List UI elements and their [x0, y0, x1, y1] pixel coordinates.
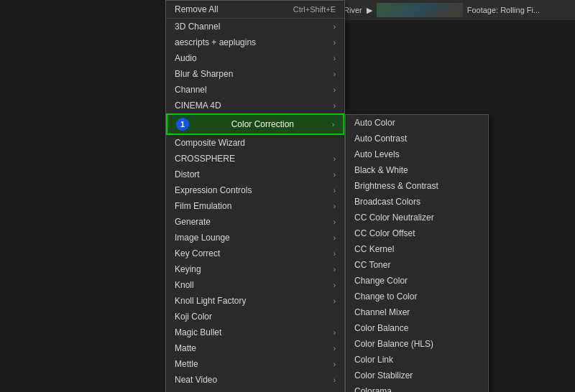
- menu-item-composite-wizard[interactable]: Composite Wizard: [166, 135, 344, 151]
- effects-menu: Remove All Ctrl+Shift+E 3D Channel›aescr…: [165, 0, 345, 392]
- submenu-arrow: ›: [334, 70, 336, 78]
- submenu-item-label: CC Color Offset: [354, 228, 415, 238]
- menu-item-matte[interactable]: Matte›: [166, 340, 344, 356]
- remove-all-shortcut: Ctrl+Shift+E: [293, 5, 336, 14]
- submenu-item-color-balance--hls-[interactable]: Color Balance (HLS): [346, 336, 488, 352]
- submenu-item-change-to-color[interactable]: Change to Color: [346, 289, 488, 304]
- menu-item-key-correct[interactable]: Key Correct›: [166, 246, 344, 261]
- submenu-item-label: Colorama: [354, 386, 392, 392]
- menu-item-label: Image Lounge: [175, 233, 230, 243]
- submenu-item-label: Color Link: [354, 355, 393, 365]
- submenu-item-auto-contrast[interactable]: Auto Contrast: [346, 131, 488, 146]
- menu-item-3d-channel[interactable]: 3D Channel›: [166, 19, 344, 34]
- submenu-arrow: ›: [334, 250, 336, 258]
- submenu-arrow: ›: [334, 23, 336, 31]
- menu-item-label: Audio: [175, 53, 197, 63]
- menu-item-distort[interactable]: Distort›: [166, 167, 344, 182]
- footage-thumbnail: [377, 3, 463, 17]
- menu-item-magic-bullet[interactable]: Magic Bullet›: [166, 325, 344, 340]
- submenu-item-label: Brightness & Contrast: [354, 181, 438, 191]
- menu-item-label: Matte: [175, 343, 196, 353]
- menu-item-audio[interactable]: Audio›: [166, 50, 344, 66]
- menu-item-label: Composite Wizard: [175, 138, 245, 148]
- submenu-arrow: ›: [334, 345, 336, 353]
- submenu-item-label: CC Kernel: [354, 244, 394, 254]
- menu-item-label: Generate: [175, 217, 211, 227]
- menu-item-label: Keying: [175, 264, 201, 274]
- menu-item-crossphere[interactable]: CROSSPHERE›: [166, 151, 344, 167]
- submenu-item-cc-kernel[interactable]: CC Kernel: [346, 241, 488, 257]
- menu-item-label: aescripts + aeplugins: [175, 37, 256, 47]
- menu-item-blur---sharpen[interactable]: Blur & Sharpen›: [166, 66, 344, 82]
- remove-all-item[interactable]: Remove All Ctrl+Shift+E: [166, 1, 344, 19]
- menu-item-cinema-4d[interactable]: CINEMA 4D›: [166, 98, 344, 113]
- river-label: River: [344, 6, 362, 14]
- submenu-item-color-balance[interactable]: Color Balance: [346, 320, 488, 336]
- submenu-item-broadcast-colors[interactable]: Broadcast Colors: [346, 194, 488, 210]
- menu-item-color-correction[interactable]: 1Color Correction›: [166, 113, 344, 135]
- badge-1: 1: [176, 118, 189, 131]
- menu-item-image-lounge[interactable]: Image Lounge›: [166, 230, 344, 246]
- menu-item-label: Magic Bullet: [175, 327, 221, 337]
- submenu-item-label: Broadcast Colors: [354, 197, 420, 207]
- menu-item-noise---grain[interactable]: Noise & Grain›: [166, 388, 344, 392]
- menu-item-label: Distort: [175, 169, 200, 179]
- separator: ▶: [367, 6, 372, 15]
- menu-item-label: Knoll: [175, 280, 194, 290]
- menu-item-generate[interactable]: Generate›: [166, 214, 344, 230]
- top-bar: River ▶ Footage: Rolling Fi...: [338, 0, 575, 20]
- submenu-item-cc-color-offset[interactable]: CC Color Offset: [346, 225, 488, 241]
- submenu-arrow: ›: [334, 329, 336, 337]
- submenu-item-label: CC Toner: [354, 260, 390, 270]
- menu-item-label: CROSSPHERE: [175, 154, 235, 164]
- submenu-item-label: Color Balance: [354, 323, 408, 333]
- menu-item-knoll[interactable]: Knoll›: [166, 277, 344, 293]
- submenu-item-label: CC Color Neutralizer: [354, 213, 434, 223]
- menu-item-label: Blur & Sharpen: [175, 69, 233, 79]
- submenu-arrow: ›: [334, 187, 336, 195]
- submenu-arrow: ›: [332, 121, 334, 129]
- submenu-item-auto-color[interactable]: Auto Color: [346, 115, 488, 131]
- submenu-item-cc-color-neutralizer[interactable]: CC Color Neutralizer: [346, 210, 488, 225]
- submenu-arrow: ›: [334, 39, 336, 47]
- menu-item-label: Film Emulation: [175, 201, 231, 211]
- footage-label: Footage: Rolling Fi...: [467, 6, 540, 14]
- menu-item-label: 3D Channel: [175, 22, 220, 32]
- menu-item-label: Mettle: [175, 359, 198, 369]
- color-correction-submenu: Auto ColorAuto ContrastAuto LevelsBlack …: [345, 114, 489, 392]
- menu-item-channel[interactable]: Channel›: [166, 82, 344, 98]
- submenu-item-color-stabilizer[interactable]: Color Stabilizer: [346, 368, 488, 383]
- submenu-item-channel-mixer[interactable]: Channel Mixer: [346, 304, 488, 320]
- menu-item-label: CINEMA 4D: [175, 101, 221, 111]
- submenu-arrow: ›: [334, 102, 336, 110]
- menu-item-label: Neat Video: [175, 375, 217, 385]
- menu-item-film-emulation[interactable]: Film Emulation›: [166, 198, 344, 214]
- menu-item-knoll-light-factory[interactable]: Knoll Light Factory›: [166, 293, 344, 309]
- menu-item-expression-controls[interactable]: Expression Controls›: [166, 182, 344, 198]
- submenu-item-label: Auto Contrast: [354, 134, 407, 144]
- submenu-item-auto-levels[interactable]: Auto Levels: [346, 146, 488, 162]
- menu-item-label: Expression Controls: [175, 185, 252, 195]
- remove-all-label: Remove All: [175, 4, 218, 14]
- submenu-item-label: Black & White: [354, 165, 408, 175]
- submenu-item-color-link[interactable]: Color Link: [346, 352, 488, 368]
- menu-item-label: Channel: [175, 85, 207, 95]
- menu-item-koji-color[interactable]: Koji Color: [166, 309, 344, 325]
- submenu-item-label: Change to Color: [354, 291, 417, 302]
- submenu-item-black---white[interactable]: Black & White: [346, 162, 488, 178]
- submenu-item-cc-toner[interactable]: CC Toner: [346, 257, 488, 273]
- submenu-arrow: ›: [334, 86, 336, 94]
- submenu-item-label: Change Color: [354, 276, 408, 286]
- menu-item-keying[interactable]: Keying›: [166, 261, 344, 277]
- submenu-item-label: Auto Color: [354, 118, 395, 128]
- menu-item-label: Key Correct: [175, 248, 220, 258]
- submenu-arrow: ›: [334, 281, 336, 289]
- menu-item-aescripts---aeplugins[interactable]: aescripts + aeplugins›: [166, 34, 344, 50]
- submenu-item-brightness---contrast[interactable]: Brightness & Contrast: [346, 178, 488, 194]
- submenu-item-change-color[interactable]: Change Color: [346, 273, 488, 289]
- menu-item-mettle[interactable]: Mettle›: [166, 356, 344, 372]
- submenu-arrow: ›: [334, 234, 336, 242]
- menu-item-label: Koji Color: [175, 312, 212, 322]
- menu-item-neat-video[interactable]: Neat Video›: [166, 372, 344, 388]
- submenu-item-colorama[interactable]: Colorama: [346, 383, 488, 392]
